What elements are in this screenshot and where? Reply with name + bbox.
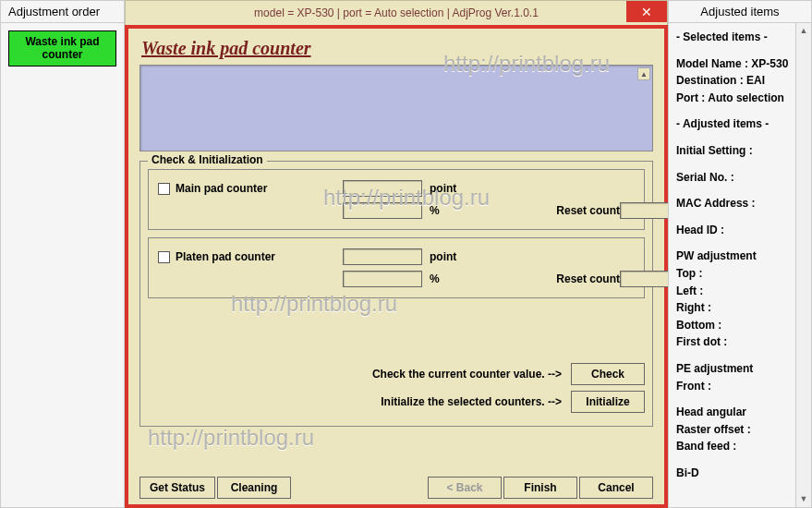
platen-pad-point-label: point	[426, 250, 463, 263]
adjustment-order-header: Adjustment order	[1, 1, 124, 23]
page-title: Waste ink pad counter	[141, 38, 653, 59]
platen-pad-reset-label: Reset count	[537, 272, 620, 285]
bottom-button-bar: Get Status Cleaning < Back Finish Cancel	[139, 477, 653, 499]
adjusted-items-header: Adjusted items	[669, 1, 811, 23]
cleaning-button[interactable]: Cleaning	[217, 477, 291, 499]
waste-ink-pad-counter-button[interactable]: Waste ink pad counter	[8, 30, 116, 67]
main-pad-label: Main pad counter	[176, 182, 267, 195]
check-init-fieldset: Check & Initialization Main pad counter …	[139, 161, 653, 427]
adjusted-items-subheader: - Adjusted items -	[676, 115, 804, 133]
pw-top-line: Top :	[676, 265, 804, 283]
fieldset-legend: Check & Initialization	[148, 153, 267, 166]
initial-setting-line: Initial Setting :	[676, 142, 804, 160]
main-pad-checkbox[interactable]	[158, 183, 170, 195]
adjusted-items-panel: Adjusted items - Selected items - Model …	[668, 0, 812, 508]
main-pad-reset-field	[620, 202, 672, 219]
pw-right-line: Right :	[676, 299, 804, 317]
head-angular-line: Head angular	[676, 404, 804, 421]
finish-button[interactable]: Finish	[503, 477, 577, 499]
pw-firstdot-line: First dot :	[676, 333, 804, 351]
platen-pad-percent-label: %	[426, 272, 463, 285]
cancel-button[interactable]: Cancel	[579, 477, 653, 499]
scroll-up-icon[interactable]: ▲	[637, 67, 650, 80]
selected-items-header: - Selected items -	[676, 29, 804, 46]
head-id-line: Head ID :	[676, 222, 804, 239]
raster-offset-line: Raster offset :	[676, 421, 804, 439]
main-pad-point-label: point	[426, 182, 463, 195]
check-button[interactable]: Check	[571, 363, 645, 385]
destination-line: Destination : EAI	[676, 72, 804, 90]
pw-bottom-line: Bottom :	[676, 317, 804, 334]
initialize-hint: Initialize the selected counters. -->	[381, 395, 562, 408]
dialog-title: model = XP-530 | port = Auto selection |…	[254, 6, 539, 19]
main-pad-reset-label: Reset count	[537, 204, 620, 217]
dialog-titlebar: model = XP-530 | port = Auto selection |…	[125, 0, 668, 25]
pe-front-line: Front :	[676, 378, 804, 395]
get-status-button[interactable]: Get Status	[139, 477, 215, 499]
pe-adjustment-line: PE adjustment	[676, 360, 804, 378]
close-button[interactable]: ✕	[626, 1, 667, 22]
right-scrollbar[interactable]: ▲ ▼	[795, 23, 811, 507]
platen-pad-label: Platen pad counter	[176, 250, 275, 263]
band-feed-line: Band feed :	[676, 438, 804, 455]
mac-address-line: MAC Address :	[676, 195, 804, 212]
main-pad-percent-field	[343, 202, 422, 219]
platen-pad-group: Platen pad counter point % Reset count	[148, 237, 645, 298]
pw-left-line: Left :	[676, 283, 804, 300]
adjustment-order-panel: Adjustment order Waste ink pad counter	[0, 0, 125, 508]
close-icon: ✕	[641, 5, 652, 19]
check-hint: Check the current counter value. -->	[372, 368, 562, 381]
scroll-up-icon[interactable]: ▲	[796, 23, 811, 39]
log-textarea[interactable]: ▲	[139, 65, 653, 151]
platen-pad-percent-field	[343, 271, 422, 287]
adjusted-items-body: - Selected items - Model Name : XP-530 D…	[669, 23, 811, 507]
initialize-button[interactable]: Initialize	[571, 391, 645, 413]
main-pad-group: Main pad counter point % Reset count	[148, 169, 645, 230]
scroll-down-icon[interactable]: ▼	[796, 491, 811, 507]
platen-pad-point-field	[343, 248, 422, 265]
platen-pad-reset-field	[620, 271, 672, 287]
main-dialog: model = XP-530 | port = Auto selection |…	[125, 0, 668, 508]
main-pad-point-field	[343, 180, 422, 197]
back-button: < Back	[428, 477, 502, 499]
pw-adjustment-line: PW adjustment	[676, 248, 804, 265]
bi-d-line: Bi-D	[676, 465, 804, 482]
platen-pad-checkbox[interactable]	[158, 251, 170, 263]
serial-no-line: Serial No. :	[676, 169, 804, 187]
port-line: Port : Auto selection	[676, 90, 804, 107]
main-pad-percent-label: %	[426, 204, 463, 217]
model-name-line: Model Name : XP-530	[676, 55, 804, 73]
